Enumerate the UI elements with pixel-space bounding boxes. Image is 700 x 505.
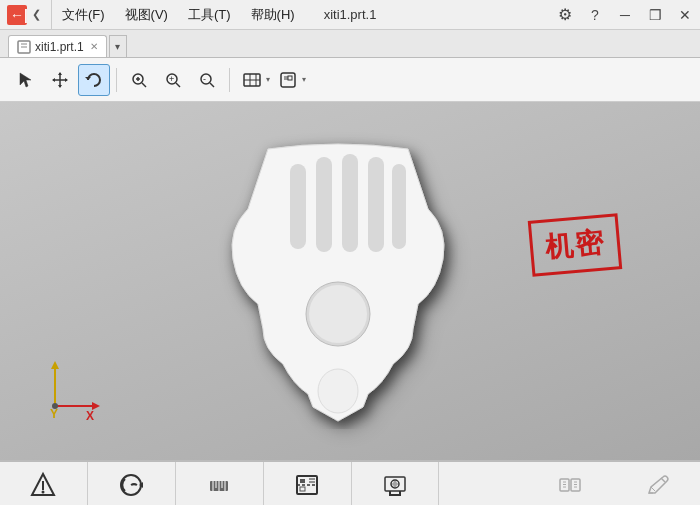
svg-rect-30 bbox=[290, 164, 306, 249]
section-button[interactable]: Section bbox=[264, 462, 352, 505]
window-title: xiti1.prt.1 bbox=[324, 7, 377, 22]
confidential-stamp: 机密 bbox=[528, 213, 623, 277]
svg-text:Y: Y bbox=[50, 407, 58, 421]
svg-point-36 bbox=[309, 285, 367, 343]
logo-area: ←| ❮ bbox=[0, 0, 52, 29]
svg-marker-5 bbox=[20, 73, 31, 87]
view-options-button[interactable] bbox=[236, 64, 268, 96]
view-options-dropdown-arrow[interactable]: ▾ bbox=[266, 75, 270, 84]
select-tool[interactable] bbox=[10, 64, 42, 96]
stamps-button[interactable]: Stamps bbox=[352, 462, 440, 505]
svg-text:+: + bbox=[169, 74, 174, 84]
svg-rect-58 bbox=[300, 479, 305, 483]
svg-line-14 bbox=[142, 83, 146, 87]
toolbar-separator-1 bbox=[116, 68, 117, 92]
svg-line-18 bbox=[176, 83, 180, 87]
bottombar-spacer bbox=[439, 462, 526, 505]
zoom-in-tool[interactable]: + bbox=[157, 64, 189, 96]
menu-file[interactable]: 文件(F) bbox=[52, 0, 115, 29]
tab-label: xiti1.prt.1 bbox=[35, 40, 84, 54]
svg-marker-10 bbox=[52, 78, 55, 82]
svg-line-76 bbox=[661, 478, 665, 482]
properties-icon bbox=[556, 471, 584, 505]
reset-icon bbox=[29, 471, 57, 505]
animate-button[interactable]: Animate bbox=[88, 462, 176, 505]
markup-button[interactable]: Markup bbox=[613, 462, 700, 505]
toolbar-separator-2 bbox=[229, 68, 230, 92]
svg-rect-28 bbox=[284, 76, 288, 80]
tool-group-zoom: + - bbox=[123, 64, 223, 96]
tool-group-view: ▾ ▾ bbox=[236, 64, 306, 96]
settings-button[interactable]: ⚙ bbox=[550, 0, 580, 30]
app-logo: ←| bbox=[6, 4, 28, 26]
tabbar: xiti1.prt.1 ✕ ▾ bbox=[0, 30, 700, 58]
svg-point-37 bbox=[318, 369, 358, 413]
svg-line-77 bbox=[651, 487, 655, 491]
svg-marker-39 bbox=[51, 361, 59, 369]
part-geometry bbox=[218, 129, 458, 429]
minimize-button[interactable]: ─ bbox=[610, 0, 640, 30]
viewport[interactable]: Y X 机密 bbox=[0, 102, 700, 460]
restore-button[interactable]: ❒ bbox=[640, 0, 670, 30]
3d-part bbox=[218, 129, 458, 433]
translate-tool[interactable] bbox=[44, 64, 76, 96]
menu-help[interactable]: 帮助(H) bbox=[241, 0, 305, 29]
svg-line-21 bbox=[210, 83, 214, 87]
svg-rect-32 bbox=[342, 154, 358, 252]
svg-rect-31 bbox=[316, 157, 332, 252]
svg-marker-12 bbox=[85, 77, 91, 80]
tab-close-button[interactable]: ✕ bbox=[90, 41, 98, 52]
svg-rect-29 bbox=[288, 76, 292, 80]
markup-icon bbox=[643, 471, 671, 505]
tool-group-navigation bbox=[10, 64, 110, 96]
animate-icon bbox=[117, 471, 145, 505]
svg-rect-34 bbox=[392, 164, 406, 249]
collapse-button[interactable]: ❮ bbox=[28, 8, 45, 21]
svg-text:X: X bbox=[86, 409, 94, 423]
tab-xiti1[interactable]: xiti1.prt.1 ✕ bbox=[8, 35, 107, 57]
window-controls: ⚙ ? ─ ❒ ✕ bbox=[550, 0, 700, 29]
svg-marker-11 bbox=[65, 78, 68, 82]
measure-button[interactable]: Measure bbox=[176, 462, 264, 505]
zoom-out-tool[interactable]: - bbox=[191, 64, 223, 96]
section-icon bbox=[293, 471, 321, 505]
measure-icon bbox=[205, 471, 233, 505]
svg-text:-: - bbox=[203, 74, 206, 84]
svg-rect-33 bbox=[368, 157, 384, 252]
axes-indicator: Y X bbox=[30, 356, 100, 430]
help-button[interactable]: ? bbox=[580, 0, 610, 30]
titlebar: ←| ❮ 文件(F) 视图(V) 工具(T) 帮助(H) xiti1.prt.1… bbox=[0, 0, 700, 30]
svg-point-44 bbox=[52, 403, 58, 409]
svg-text:←|: ←| bbox=[10, 7, 28, 23]
bottombar: Reset Animate Measure bbox=[0, 460, 700, 505]
rotate-tool[interactable] bbox=[78, 64, 110, 96]
zoom-area-tool[interactable] bbox=[123, 64, 155, 96]
properties-button[interactable]: Properties bbox=[526, 462, 613, 505]
menu-bar: 文件(F) 视图(V) 工具(T) 帮助(H) bbox=[52, 0, 305, 29]
svg-point-47 bbox=[42, 490, 45, 493]
stamps-icon bbox=[381, 471, 409, 505]
svg-marker-8 bbox=[58, 72, 62, 75]
display-options-button[interactable] bbox=[272, 64, 304, 96]
svg-marker-9 bbox=[58, 85, 62, 88]
svg-rect-59 bbox=[300, 487, 305, 491]
display-options-dropdown-arrow[interactable]: ▾ bbox=[302, 75, 306, 84]
menu-tools[interactable]: 工具(T) bbox=[178, 0, 241, 29]
close-button[interactable]: ✕ bbox=[670, 0, 700, 30]
menu-view[interactable]: 视图(V) bbox=[115, 0, 178, 29]
tab-dropdown-button[interactable]: ▾ bbox=[109, 35, 127, 57]
reset-button[interactable]: Reset bbox=[0, 462, 88, 505]
toolbar: + - ▾ ▾ bbox=[0, 58, 700, 102]
